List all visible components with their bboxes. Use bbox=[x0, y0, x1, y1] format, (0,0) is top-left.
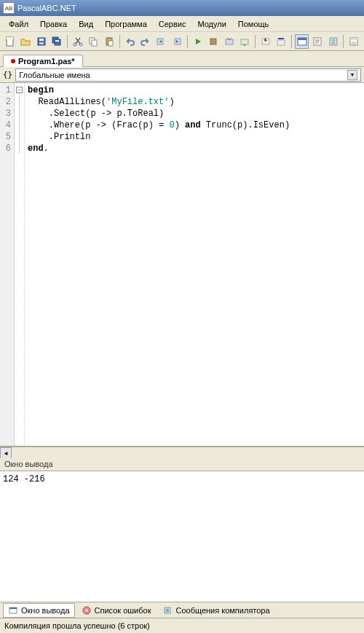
nav-back-icon[interactable] bbox=[154, 34, 169, 49]
copy-icon[interactable] bbox=[87, 34, 101, 49]
status-text: Компиляция прошла успешно (6 строк) bbox=[4, 621, 150, 630]
nav-fwd-icon[interactable] bbox=[170, 34, 184, 49]
fold-column: − bbox=[15, 83, 25, 446]
code-area[interactable]: begin ReadAllLines('MyFile.txt') .Select… bbox=[25, 83, 364, 446]
svg-rect-26 bbox=[334, 38, 337, 45]
toolbar-separator bbox=[343, 35, 344, 48]
line-number: 4 bbox=[0, 119, 14, 131]
toolbar-separator bbox=[255, 35, 256, 48]
bottom-tab-label: Список ошибок bbox=[95, 606, 151, 615]
svg-rect-7 bbox=[55, 40, 59, 42]
bottom-tab-label: Окно вывода bbox=[21, 606, 70, 615]
undo-icon[interactable] bbox=[123, 34, 138, 49]
toolbar bbox=[0, 32, 364, 51]
scope-icon: {} bbox=[3, 70, 12, 79]
svg-rect-19 bbox=[241, 39, 248, 44]
redo-icon[interactable] bbox=[138, 34, 153, 49]
menu-file[interactable]: Файл bbox=[3, 18, 34, 30]
bottom-tab-compiler[interactable]: Сообщения компилятора bbox=[157, 603, 274, 618]
view-form-icon[interactable] bbox=[295, 34, 309, 49]
open-file-icon[interactable] bbox=[19, 34, 33, 49]
tab-label: Program1.pas* bbox=[18, 57, 75, 66]
menu-view[interactable]: Вид bbox=[73, 18, 99, 30]
svg-rect-21 bbox=[277, 40, 285, 45]
svg-rect-11 bbox=[92, 40, 97, 46]
svg-point-8 bbox=[74, 43, 76, 46]
svg-rect-28 bbox=[350, 38, 357, 40]
svg-rect-14 bbox=[108, 41, 113, 46]
svg-rect-13 bbox=[108, 37, 111, 39]
menu-modules[interactable]: Модули bbox=[191, 18, 232, 30]
svg-rect-30 bbox=[9, 608, 17, 609]
bottom-tab-label: Сообщения компилятора bbox=[175, 606, 269, 615]
save-icon[interactable] bbox=[34, 34, 49, 49]
save-all-icon[interactable] bbox=[50, 34, 65, 49]
stop-icon[interactable] bbox=[206, 34, 221, 49]
line-number: 5 bbox=[0, 131, 14, 143]
scope-dropdown[interactable]: Глобальные имена ▼ bbox=[15, 68, 361, 82]
svg-point-9 bbox=[79, 43, 82, 46]
editor: 1 2 3 4 5 6 − begin ReadAllLines('MyFile… bbox=[0, 83, 364, 447]
scope-bar: {} Глобальные имена ▼ bbox=[0, 67, 364, 83]
properties-icon[interactable] bbox=[347, 34, 361, 49]
menu-program[interactable]: Программа bbox=[99, 18, 153, 30]
line-number: 3 bbox=[0, 108, 14, 119]
file-tabs: Program1.pas* bbox=[0, 51, 364, 67]
fold-line bbox=[19, 95, 20, 154]
bottom-tabs: Окно вывода Список ошибок Сообщения комп… bbox=[0, 602, 364, 618]
toolbar-separator bbox=[119, 35, 120, 48]
menu-edit[interactable]: Правка bbox=[34, 18, 73, 30]
line-number: 1 bbox=[0, 84, 14, 96]
file-tab-active[interactable]: Program1.pas* bbox=[3, 55, 83, 67]
build-icon[interactable] bbox=[237, 34, 252, 49]
step-over-icon[interactable] bbox=[274, 34, 288, 49]
menu-help[interactable]: Помощь bbox=[232, 18, 275, 30]
window-title: PascalABC.NET bbox=[17, 4, 76, 12]
scroll-left-icon[interactable]: ◄ bbox=[0, 447, 12, 459]
bottom-tab-errors[interactable]: Список ошибок bbox=[76, 603, 157, 618]
view-code-icon[interactable] bbox=[310, 34, 325, 49]
toolbar-separator bbox=[187, 35, 188, 48]
svg-rect-25 bbox=[330, 38, 333, 45]
line-number: 6 bbox=[0, 143, 14, 154]
line-gutter: 1 2 3 4 5 6 bbox=[0, 83, 15, 446]
menubar: Файл Правка Вид Программа Сервис Модули … bbox=[0, 16, 364, 32]
errors-tab-icon bbox=[82, 605, 92, 616]
toolbar-separator bbox=[291, 35, 292, 48]
scope-label: Глобальные имена bbox=[19, 71, 90, 79]
run-icon[interactable] bbox=[191, 34, 205, 49]
fold-toggle-icon[interactable]: − bbox=[16, 87, 23, 93]
toolbar-separator bbox=[67, 35, 68, 48]
svg-rect-4 bbox=[39, 42, 44, 44]
svg-rect-1 bbox=[7, 37, 13, 39]
h-scrollbar[interactable]: ◄ bbox=[0, 447, 364, 458]
svg-rect-17 bbox=[210, 39, 216, 44]
output-title: Окно вывода bbox=[0, 458, 364, 471]
output-tab-icon bbox=[8, 605, 18, 616]
modified-dot-icon bbox=[11, 59, 15, 63]
titlebar: AB PascalABC.NET bbox=[0, 0, 364, 16]
compiler-tab-icon bbox=[162, 605, 173, 616]
compile-icon[interactable] bbox=[222, 34, 237, 49]
cut-icon[interactable] bbox=[71, 34, 85, 49]
line-number: 2 bbox=[0, 96, 14, 108]
new-file-icon[interactable] bbox=[3, 34, 17, 49]
svg-rect-23 bbox=[298, 38, 306, 40]
chevron-down-icon: ▼ bbox=[347, 70, 357, 80]
layout-icon[interactable] bbox=[326, 34, 341, 49]
output-area[interactable]: 124 -216 bbox=[0, 471, 364, 602]
paste-icon[interactable] bbox=[102, 34, 116, 49]
menu-service[interactable]: Сервис bbox=[153, 18, 192, 30]
bottom-tab-output[interactable]: Окно вывода bbox=[3, 603, 75, 618]
app-icon: AB bbox=[3, 2, 15, 14]
output-text: 124 -216 bbox=[3, 474, 45, 484]
svg-rect-32 bbox=[165, 608, 170, 613]
scroll-track[interactable] bbox=[12, 447, 364, 458]
statusbar: Компиляция прошла успешно (6 строк) bbox=[0, 618, 364, 633]
svg-rect-3 bbox=[39, 39, 44, 41]
step-into-icon[interactable] bbox=[258, 34, 273, 49]
